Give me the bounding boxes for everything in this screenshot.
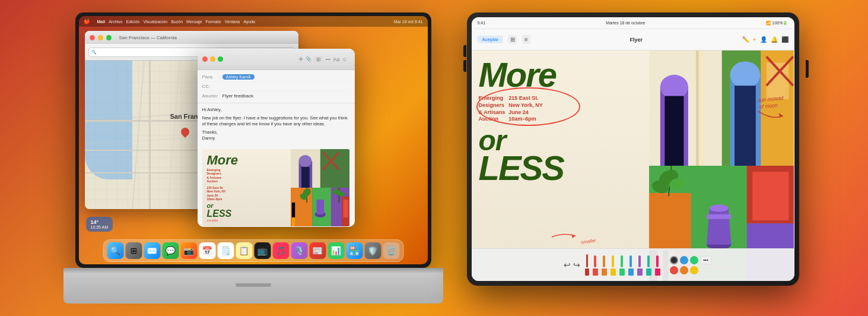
ipad-screen: 9:41 Martes 18 de octubre 📶 100%🔋 Acepta… — [472, 17, 794, 281]
cc-label: CC: — [202, 84, 220, 89]
dock-icon-appstore[interactable]: 🏪 — [346, 242, 363, 259]
svg-rect-25 — [292, 217, 295, 226]
marker-blue[interactable] — [628, 255, 634, 276]
ipad-time: 9:41 — [478, 21, 486, 25]
dock-icon-security[interactable]: 🛡️ — [364, 242, 381, 259]
mail-body-text[interactable]: Hi Ashley, New job on the flyer. I have … — [198, 103, 355, 146]
mail-options-btn[interactable]: ••• — [326, 56, 330, 62]
color-swatch-blue[interactable] — [680, 256, 688, 264]
menu-mail[interactable]: Mail — [97, 20, 106, 24]
menu-ayuda[interactable]: Ayuda — [243, 20, 255, 24]
dock-icon-notes[interactable]: 📋 — [236, 242, 252, 259]
marker-yellow[interactable] — [611, 255, 616, 276]
menu-ventana[interactable]: Ventana — [225, 20, 240, 24]
dock-icon-news[interactable]: 📰 — [309, 242, 326, 259]
ipad-flyer-left: More EmergingDesigners& ArtisansAuction … — [472, 50, 649, 281]
ipad-grid-view-btn[interactable]: ⊞ — [508, 35, 517, 44]
menubar-items: Mail Archivo Edición Visualización Buzón… — [97, 20, 256, 24]
menu-mensaje[interactable]: Mensaje — [186, 20, 202, 24]
ipad-accept-btn[interactable]: Aceptar — [478, 36, 504, 43]
ipad-volume-down[interactable] — [463, 60, 466, 72]
flyer-mini-annotation: smaller — [207, 219, 286, 222]
mail-min-btn[interactable] — [210, 56, 215, 62]
window-max-btn[interactable] — [106, 35, 112, 40]
dock-icon-numbers[interactable]: 📊 — [328, 242, 344, 259]
mail-close-btn[interactable] — [202, 56, 208, 62]
svg-rect-53 — [707, 214, 731, 219]
svg-marker-29 — [571, 234, 576, 238]
menu-buzon[interactable]: Buzón — [171, 20, 183, 24]
pen-tool[interactable] — [585, 254, 589, 276]
color-swatch-yellow[interactable] — [690, 266, 698, 274]
svg-rect-11 — [301, 167, 310, 188]
attachment-icon[interactable]: 📎 — [306, 56, 311, 62]
dock-icon-trash[interactable]: 🗑️ — [383, 242, 399, 259]
marker-orange[interactable] — [602, 255, 607, 276]
dock-icon-photos[interactable]: 📸 — [180, 242, 197, 259]
dock-icon-mail[interactable]: ✉️ — [144, 242, 160, 259]
color-swatch-red[interactable] — [670, 266, 678, 274]
to-chip[interactable]: Ashley Kamili — [222, 74, 255, 80]
color-swatch-orange[interactable] — [680, 266, 688, 274]
dock-icon-reminders[interactable]: 🗒️ — [217, 242, 234, 259]
ipad-drawing-toolbar: ↩ ↪ — [472, 248, 794, 281]
menu-edicion[interactable]: Edición — [126, 20, 139, 24]
window-min-btn[interactable] — [98, 35, 103, 40]
format-btn[interactable]: ⊞ — [314, 56, 323, 62]
dock-icon-podcasts[interactable]: 🎙️ — [291, 242, 307, 259]
macbook-bottom — [63, 273, 443, 304]
flyer-illustration-svg — [291, 149, 350, 226]
color-swatch-black[interactable] — [670, 256, 678, 264]
menu-formato[interactable]: Formato — [206, 20, 221, 24]
mail-compose-window[interactable]: ✈ 📎 ⊞ ••• Aa ☺ Para: Ashley Kam — [198, 49, 355, 227]
mac-dock: 🔍 ⊞ ✉️ 💬 📸 — [103, 239, 403, 262]
menubar-date: Mar 18 oct 9:41 — [394, 20, 423, 24]
mail-to-row: Para: Ashley Kamili — [202, 72, 350, 82]
menu-visualizacion[interactable]: Visualización — [143, 20, 167, 24]
ipad-pencil-icon[interactable]: ✏️ — [742, 36, 749, 43]
scene: 🍎 Mail Archivo Edición Visualización Buz… — [0, 0, 868, 316]
subject-value[interactable]: Flyer feedback — [222, 93, 253, 99]
ipad-list-view-btn[interactable]: ≡ — [522, 35, 530, 44]
ipad: 9:41 Martes 18 de octubre 📶 100%🔋 Acepta… — [467, 12, 805, 304]
apple-menu-icon[interactable]: 🍎 — [84, 18, 90, 24]
marker-red[interactable] — [593, 255, 598, 276]
emoji-btn[interactable]: ☺ — [342, 56, 347, 62]
window-close-btn[interactable] — [90, 35, 95, 40]
dock-icon-music[interactable]: 🎵 — [272, 242, 289, 259]
svg-rect-36 — [664, 96, 683, 166]
dock-icon-messages[interactable]: 💬 — [162, 242, 179, 259]
ipad-plus-icon[interactable]: + — [753, 36, 756, 43]
ipad-volume-up[interactable] — [463, 45, 466, 57]
ipad-more-icon[interactable]: ⬛ — [781, 36, 788, 43]
color-more-btn[interactable]: ••• — [700, 256, 712, 264]
dock-icon-finder[interactable]: 🔍 — [107, 242, 123, 259]
svg-rect-43 — [696, 50, 699, 166]
marker-teal[interactable] — [646, 255, 651, 276]
dock-icon-launchpad[interactable]: ⊞ — [125, 242, 142, 259]
menu-archivo[interactable]: Archivo — [109, 20, 122, 24]
svg-rect-26 — [292, 203, 295, 217]
marker-purple[interactable] — [637, 255, 643, 276]
undo-button[interactable]: ↩ — [564, 260, 571, 270]
redo-button[interactable]: ↪ — [573, 260, 580, 270]
color-swatch-green[interactable] — [690, 256, 698, 264]
ipad-toolbar: Aceptar ⊞ ≡ Flyer ✏️ + 👤 🔔 ⬛ — [472, 29, 794, 50]
ipad-more-text: More — [479, 59, 642, 90]
marker-pink[interactable] — [655, 255, 660, 276]
marker-green[interactable] — [619, 255, 625, 276]
font-btn[interactable]: Aa — [333, 56, 339, 62]
mail-max-btn[interactable] — [218, 56, 223, 62]
undo-redo-group: ↩ ↪ — [564, 260, 580, 270]
dock-icon-tv[interactable]: 📺 — [254, 242, 271, 259]
mail-body-p1: New job on the flyer. I have a few sugge… — [202, 115, 350, 128]
svg-point-10 — [298, 155, 311, 167]
send-icon[interactable]: ✈ — [298, 56, 303, 62]
ipad-person-icon[interactable]: 👤 — [760, 36, 767, 43]
svg-rect-63 — [752, 172, 788, 220]
ipad-power-button[interactable] — [806, 60, 809, 78]
ipad-toolbar-right-icons: ✏️ + 👤 🔔 ⬛ — [742, 36, 788, 43]
ipad-bell-icon[interactable]: 🔔 — [771, 36, 778, 43]
dock-icon-calendar[interactable]: 📅 — [199, 242, 215, 259]
annotation-smaller-container: smaller — [549, 231, 596, 245]
